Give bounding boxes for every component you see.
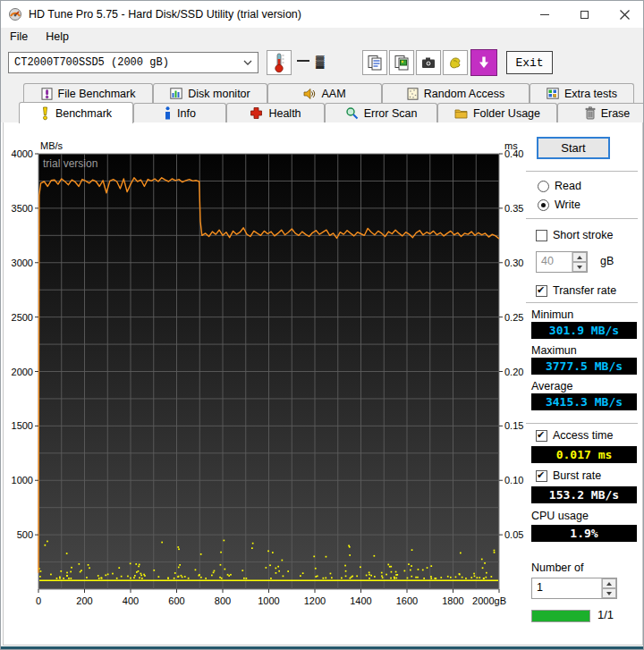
- spinner-down-button[interactable]: [602, 588, 616, 598]
- tab-benchmark[interactable]: Benchmark: [19, 102, 133, 123]
- svg-text:2000gB: 2000gB: [472, 595, 506, 606]
- exit-label: Exit: [515, 56, 543, 70]
- access-time-display: 0.017 ms: [531, 446, 637, 463]
- copy-text-button[interactable]: [362, 50, 387, 75]
- spinner-down-button[interactable]: [572, 262, 587, 272]
- separator: [526, 218, 638, 219]
- temperature-value-glyph: ▓: [316, 55, 324, 69]
- tab-label: Erase: [601, 107, 631, 120]
- extra-tests-icon: [547, 88, 559, 99]
- tab-health[interactable]: Health: [226, 103, 325, 122]
- screenshot-button[interactable]: [416, 50, 441, 75]
- tab-label: Disk monitor: [188, 88, 250, 100]
- maximum-display: 3777.5 MB/s: [531, 358, 637, 375]
- minimum-label: Minimun: [531, 308, 573, 321]
- temperature-button[interactable]: [267, 50, 292, 75]
- write-label: Write: [555, 198, 580, 211]
- tab-error-scan[interactable]: Error Scan: [325, 103, 437, 122]
- tab-aam[interactable]: AAM: [267, 83, 382, 103]
- svg-text:1800: 1800: [442, 595, 463, 606]
- save-results-button[interactable]: [443, 50, 468, 75]
- cpu-usage-value: 1.9%: [570, 527, 597, 540]
- short-stroke-checkbox[interactable]: [536, 230, 547, 241]
- benchmark-chart: 40003500300025002000150010005000.400.350…: [1, 122, 524, 623]
- number-of-value: 1: [532, 578, 601, 598]
- svg-text:0.25: 0.25: [504, 312, 523, 323]
- svg-text:1200: 1200: [304, 595, 326, 606]
- tab-disk-monitor[interactable]: Disk monitor: [153, 83, 267, 103]
- tabs-bar: File Benchmark Disk monitor AAM: [1, 80, 644, 122]
- triangle-down-icon: [577, 266, 582, 269]
- tab-random-access[interactable]: Random Access: [382, 83, 530, 103]
- separator: [526, 423, 638, 424]
- spinner-up-button[interactable]: [572, 252, 587, 262]
- cpu-usage-display: 1.9%: [531, 525, 637, 542]
- triangle-up-icon: [577, 256, 582, 259]
- start-button[interactable]: Start: [537, 137, 610, 159]
- tab-label: Extra tests: [564, 88, 617, 100]
- short-stroke-size-spinner[interactable]: 40: [536, 251, 588, 273]
- maximum-label: Maximun: [531, 344, 577, 357]
- minimum-value: 301.9 MB/s: [549, 324, 619, 337]
- copy-image-button[interactable]: [389, 50, 414, 75]
- average-label: Average: [531, 380, 572, 393]
- progress-bar: [531, 610, 590, 622]
- write-radio-row[interactable]: Write: [538, 198, 580, 211]
- download-arrow-icon: [477, 55, 491, 70]
- spinner-up-button[interactable]: [602, 578, 616, 588]
- start-label: Start: [561, 141, 585, 155]
- burst-rate-checkbox[interactable]: [536, 470, 547, 482]
- tab-info[interactable]: Info: [133, 103, 226, 122]
- svg-text:MB/s: MB/s: [40, 140, 64, 151]
- svg-text:0.20: 0.20: [504, 367, 523, 377]
- number-of-spinner[interactable]: 1: [531, 578, 617, 599]
- progress-text: 1/1: [597, 608, 614, 621]
- transfer-rate-row[interactable]: Transfer rate: [536, 284, 616, 297]
- maximize-icon: [580, 11, 589, 19]
- progress-fill: [532, 611, 589, 621]
- average-display: 3415.3 MB/s: [531, 393, 637, 410]
- access-time-checkbox[interactable]: [536, 430, 547, 442]
- read-radio[interactable]: [538, 181, 549, 192]
- info-icon: [164, 106, 172, 120]
- short-stroke-row[interactable]: Short stroke: [536, 229, 613, 241]
- access-time-row[interactable]: Access time: [536, 429, 613, 442]
- tab-label: Folder Usage: [473, 107, 540, 120]
- window-title: HD Tune Pro 5.75 - Hard Disk/SSD Utility…: [29, 8, 301, 21]
- tab-label: Benchmark: [55, 107, 112, 120]
- download-button[interactable]: [470, 49, 497, 76]
- drive-selector[interactable]: CT2000T700SSD5 (2000 gB): [8, 52, 258, 73]
- maximize-button[interactable]: [564, 1, 605, 28]
- maximum-value: 3777.5 MB/s: [546, 359, 623, 373]
- menu-help[interactable]: Help: [37, 28, 78, 46]
- read-radio-row[interactable]: Read: [538, 180, 581, 192]
- tab-extra-tests[interactable]: Extra tests: [530, 83, 634, 103]
- svg-text:600: 600: [168, 595, 184, 606]
- transfer-rate-checkbox[interactable]: [536, 285, 547, 297]
- svg-text:ms: ms: [504, 140, 518, 151]
- svg-text:trial version: trial version: [43, 157, 97, 170]
- short-stroke-unit-label: gB: [600, 255, 614, 267]
- tab-file-benchmark[interactable]: File Benchmark: [23, 83, 153, 103]
- svg-text:2500: 2500: [12, 312, 33, 323]
- number-of-label: Number of: [531, 561, 583, 574]
- close-icon: [620, 10, 630, 20]
- tab-label: AAM: [321, 88, 345, 100]
- tab-folder-usage[interactable]: Folder Usage: [437, 103, 557, 122]
- burst-rate-row[interactable]: Burst rate: [536, 469, 601, 482]
- svg-text:0.15: 0.15: [504, 420, 523, 431]
- toolbar: CT2000T700SSD5 (2000 gB) ▓: [1, 46, 644, 80]
- close-button[interactable]: [605, 1, 644, 28]
- temperature-dash: [297, 60, 309, 62]
- menu-file[interactable]: File: [1, 28, 37, 46]
- write-radio[interactable]: [538, 199, 549, 211]
- tab-erase[interactable]: Erase: [557, 103, 644, 122]
- svg-text:0.30: 0.30: [504, 257, 523, 268]
- random-access-icon: [407, 88, 419, 100]
- triangle-up-icon: [606, 582, 612, 586]
- chevron-down-icon: [243, 60, 252, 65]
- exit-button[interactable]: Exit: [506, 51, 553, 74]
- minimize-button[interactable]: [524, 1, 564, 28]
- tab-label: File Benchmark: [58, 88, 136, 100]
- svg-text:400: 400: [123, 595, 139, 606]
